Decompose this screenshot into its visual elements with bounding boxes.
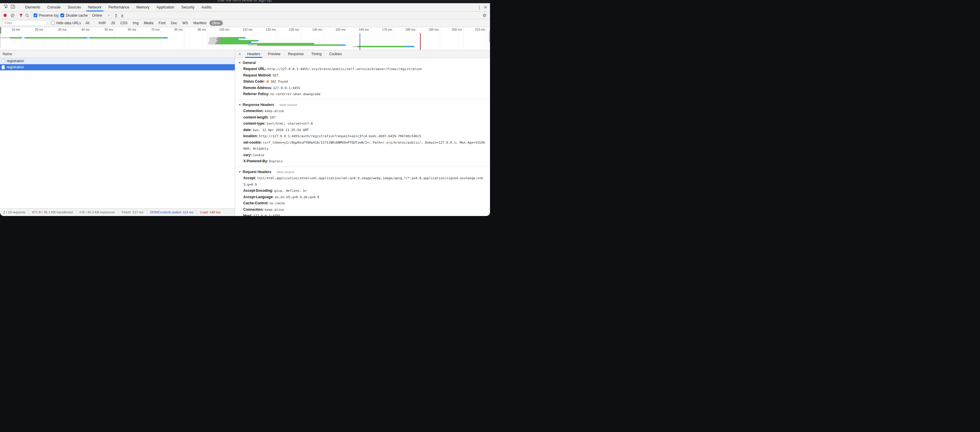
section-header[interactable]: Response Headersview source [239,102,486,108]
header-row: set-cookie: csrf_token=y1//BqpRxuFY8Hw41… [239,140,486,152]
disable-cache-checkbox[interactable] [60,13,64,17]
tab-console[interactable]: Console [44,3,64,11]
preserve-log-control[interactable]: Preserve log [33,13,58,18]
filter-type-all[interactable]: All [83,21,92,26]
header-value: http://127.0.0.1:4455/.ory/kratos/public… [267,67,422,71]
header-row: Accept-Language: en,en-US;q=0.9,de;q=0.8 [239,194,486,201]
hide-data-urls-control[interactable]: Hide data URLs [51,21,81,25]
tab-sources[interactable]: Sources [64,3,84,11]
throttling-select[interactable]: Online ▼ [92,13,110,18]
detail-tab-response[interactable]: Response [284,50,307,58]
tab-performance[interactable]: Performance [105,3,133,11]
disable-cache-control[interactable]: Disable cache [60,13,88,18]
toggle-device-toolbar-icon[interactable] [11,5,16,10]
header-key: content-length: [243,115,270,120]
timeline-tick-label: 130 ms [289,28,299,31]
filter-type-other[interactable]: Other [209,21,223,26]
header-value: csrf_token=y1//BqpRxuFY8Hw418/I27IJNRiBN… [243,141,485,151]
overview-right-scrollbar-thumb[interactable] [489,31,490,42]
view-source-link[interactable]: view source [277,170,294,174]
tab-security[interactable]: Security [178,3,198,11]
header-key: Connection: [243,109,264,113]
view-source-link[interactable]: view source [279,103,297,107]
import-har-icon[interactable] [114,13,118,18]
detail-tab-timing[interactable]: Timing [307,50,326,58]
filter-type-js[interactable]: JS [108,21,117,26]
waterfall-bar-segment [208,41,216,43]
detail-tab-preview[interactable]: Preview [264,50,285,58]
overview-left-scrollbar-thumb[interactable] [0,27,1,33]
timeline-tick-label: 200 ms [452,28,462,31]
waterfall-bar-segment [11,37,19,38]
section-collapse-icon[interactable] [239,104,241,106]
header-value: text/html; charset=utf-8 [266,122,313,126]
timeline-tick-label: 160 ms [359,28,369,31]
close-devtools-icon[interactable]: × [484,5,487,10]
header-value: no-referrer-when-downgrade [270,92,321,96]
waterfall-bar-segment [218,40,221,41]
header-row: Accept: text/html,application/xhtml+xml,… [239,175,486,188]
name-column-header[interactable]: Name [0,50,235,58]
header-value: gzip, deflate, br [274,189,307,193]
waterfall-bar-segment [216,38,220,40]
section-header[interactable]: Request Headersview source [239,169,486,175]
timeline-gridline [300,27,301,50]
inspect-element-icon[interactable] [3,5,8,10]
request-row[interactable]: registration [0,64,235,70]
section-collapse-icon[interactable] [239,62,241,64]
detail-tab-headers[interactable]: Headers [243,50,264,58]
timeline-gridline [254,27,254,50]
waterfall-bar-segment [219,43,314,45]
close-detail-icon[interactable]: × [237,52,243,56]
detail-tabs: × HeadersPreviewResponseTimingCookies [235,50,490,58]
waterfall-bar-segment [220,41,248,43]
filter-type-img[interactable]: Img [130,21,141,26]
clear-network-log-icon[interactable] [11,13,14,18]
header-key: Accept-Language: [243,195,275,199]
header-value: 107 [270,116,275,120]
section-collapse-icon[interactable] [239,171,241,173]
timeline-tick-label: 40 ms [81,28,90,31]
filter-type-manifest[interactable]: Manifest [191,21,209,26]
settings-gear-icon[interactable]: ⚙ [483,13,488,18]
preserve-log-checkbox[interactable] [33,13,37,17]
search-icon[interactable] [25,13,29,18]
disable-cache-label: Disable cache [65,13,88,18]
waterfall-bar-segment [218,37,221,38]
record-network-log-button[interactable] [3,14,7,17]
filter-type-font[interactable]: Font [156,21,168,26]
waterfall-bar-segment [353,46,357,47]
tab-elements[interactable]: Elements [22,3,44,11]
header-row: X-Powered-By: Express [239,158,486,165]
tab-network[interactable]: Network [84,3,105,11]
header-key: vary: [243,153,253,157]
more-options-icon[interactable]: ⋮ [477,5,482,10]
filter-type-ws[interactable]: WS [180,21,190,26]
header-key: location: [243,134,259,138]
network-overview-timeline[interactable]: 10 ms20 ms30 ms40 ms50 ms60 ms70 ms80 ms… [0,27,490,50]
header-value: Express [269,159,283,163]
tab-memory[interactable]: Memory [133,3,153,11]
tab-application[interactable]: Application [153,3,178,11]
filter-icon[interactable] [19,13,23,17]
document-icon [2,59,5,63]
tab-audits[interactable]: Audits [198,3,215,11]
overview-left-scrollbar-track [0,33,1,48]
timeline-tick-label: 150 ms [336,28,345,31]
filter-type-doc[interactable]: Doc [169,21,180,26]
timeline-tick-label: 10 ms [12,28,20,31]
dom-content-loaded-line [360,33,360,50]
section-header[interactable]: General [239,60,486,66]
filter-input[interactable] [2,21,47,26]
filter-type-xhr[interactable]: XHR [96,21,108,26]
header-row: content-type: text/html; charset=utf-8 [239,121,486,127]
export-har-icon[interactable] [120,13,124,18]
detail-tab-cookies[interactable]: Cookies [326,50,346,58]
filter-type-css[interactable]: CSS [118,21,130,26]
request-row[interactable]: registration [0,58,235,64]
network-body: registrationregistration 2 / 10 requests… [0,58,490,216]
hide-data-urls-checkbox[interactable] [51,21,55,25]
header-key: date: [243,128,253,132]
header-value: keep-alive [264,208,284,212]
filter-type-media[interactable]: Media [142,21,156,26]
